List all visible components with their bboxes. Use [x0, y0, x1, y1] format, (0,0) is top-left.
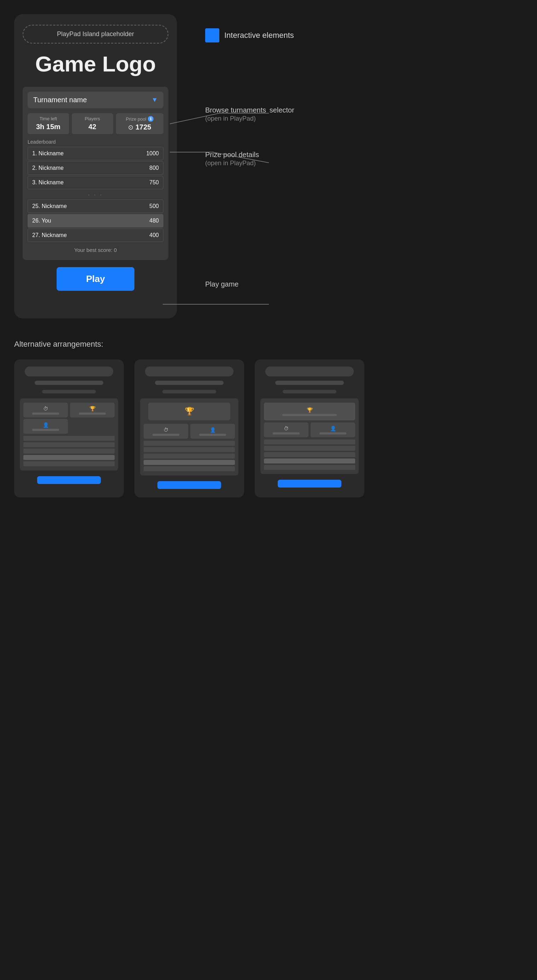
prize-pool-value: 1725 [135, 123, 151, 131]
coin-icon: ⊙ [128, 124, 133, 131]
mini-lb-row-highlighted [23, 455, 114, 460]
prize-label-row: Prize pool ℹ [126, 116, 154, 122]
mini-lb-row [264, 452, 355, 457]
mini-stats-2: 👤 [23, 419, 114, 434]
mini-stat-bar [282, 414, 337, 416]
alternatives-label: Alternative arrangements: [14, 340, 523, 349]
rank-2: 2. Nickname [32, 165, 64, 171]
mini-logo-3 [275, 381, 344, 385]
browse-tournaments-title: Browse turnaments selector [205, 106, 523, 114]
score-25: 500 [149, 203, 159, 210]
legend-label: Interactive elements [224, 31, 294, 40]
alternatives-grid: ⏱ 🏆 👤 [14, 360, 523, 498]
mini-stat-bar [153, 434, 180, 436]
leaderboard-row: 3. Nickname 750 [28, 176, 164, 189]
tournament-selector[interactable]: Turnament name ▼ [28, 92, 164, 108]
mini-stat-clock2: ⏱ [144, 424, 188, 439]
mini-stat-clock3: ⏱ [264, 422, 308, 437]
mini-logo-1b [42, 390, 96, 393]
leaderboard-row: 25. Nickname 500 [28, 199, 164, 213]
clock-icon-2: ⏱ [164, 427, 168, 433]
score-3: 750 [149, 179, 159, 186]
mini-leaderboard-3 [264, 439, 355, 470]
mini-stat-bar [32, 429, 59, 431]
prize-pool-sub: (open in PlayPad) [205, 159, 523, 167]
mini-leaderboard-2 [144, 441, 235, 471]
clock-icon: ⏱ [43, 406, 48, 412]
alternatives-section: Alternative arrangements: ⏱ 🏆 [0, 340, 537, 498]
tournament-selector-text: Turnament name [33, 96, 87, 104]
mini-stat-bar [79, 412, 106, 415]
annotation-play-game: Play game [205, 280, 523, 289]
mini-lb-row [144, 466, 235, 471]
mini-placeholder-1 [25, 366, 113, 376]
leaderboard-table: 1. Nickname 1000 2. Nickname 800 3. Nick… [28, 147, 164, 242]
mini-lb-row-highlighted [144, 460, 235, 465]
browse-tournaments-sub: (open in PlayPad) [205, 115, 523, 123]
dropdown-arrow-icon: ▼ [151, 96, 158, 103]
legend-item: Interactive elements [205, 28, 523, 43]
mini-leaderboard-1 [23, 436, 114, 466]
mini-logo-2 [155, 381, 224, 385]
user-icon-3: 👤 [330, 426, 336, 431]
game-logo: Game Logo [35, 52, 156, 76]
leaderboard-row-you: 26. You 480 [28, 214, 164, 228]
mini-content-2: 🏆 ⏱ 👤 [140, 398, 238, 476]
phone-mockup: PlayPad Island placeholder Game Logo Tur… [14, 14, 177, 318]
placeholder-bar: PlayPad Island placeholder [23, 25, 168, 43]
prize-pool-title: Prize pool details [205, 151, 523, 159]
clock-icon-3: ⏱ [284, 426, 289, 431]
prize-pool-box[interactable]: Prize pool ℹ ⊙ 1725 [116, 113, 164, 134]
mini-lb-row [23, 436, 114, 441]
tournament-card: Turnament name ▼ Time left 3h 15m Player… [23, 87, 168, 260]
ellipsis-row: · · · [28, 190, 164, 199]
mini-lb-row [144, 447, 235, 452]
mini-content-3: 🏆 ⏱ 👤 [261, 398, 359, 474]
user-icon: 👤 [43, 422, 49, 428]
prize-value-row: ⊙ 1725 [128, 123, 151, 131]
mini-play-btn-1[interactable] [37, 476, 101, 484]
mini-play-btn-3[interactable] [278, 480, 342, 487]
alt-card-1: ⏱ 🏆 👤 [14, 360, 124, 498]
prize-pool-info-icon[interactable]: ℹ [148, 116, 154, 122]
leaderboard-row: 27. Nickname 400 [28, 229, 164, 242]
annotation-browse-tournaments: Browse turnaments selector (open in Play… [205, 106, 523, 123]
mini-lb-row [144, 453, 235, 458]
time-left-label: Time left [40, 116, 57, 121]
score-27: 400 [149, 232, 159, 239]
page-wrapper: PlayPad Island placeholder Game Logo Tur… [0, 0, 537, 519]
mini-lb-row-highlighted [264, 458, 355, 463]
mini-trophy-box: 🏆 [264, 402, 355, 420]
mini-logo-3b [283, 390, 337, 393]
mini-lb-row [264, 439, 355, 444]
alt-card-3: 🏆 ⏱ 👤 [255, 360, 364, 498]
score-2: 800 [149, 165, 159, 171]
trophy-icon: 🏆 [89, 406, 95, 412]
rank-26: 26. You [32, 218, 51, 224]
mini-placeholder-3 [265, 366, 354, 376]
mini-lb-row [23, 461, 114, 466]
interactive-legend-square [205, 28, 219, 43]
play-button[interactable]: Play [57, 267, 134, 291]
mini-lb-row [23, 449, 114, 453]
leaderboard-label: Leaderboard [28, 139, 164, 145]
mini-stat-bar [199, 434, 226, 436]
mini-stat-user2: 👤 [190, 424, 235, 439]
prize-pool-label: Prize pool [126, 116, 146, 122]
trophy-icon-3: 🏆 [307, 407, 313, 413]
score-26: 480 [149, 218, 159, 224]
mini-lb-row [264, 446, 355, 451]
rank-25: 25. Nickname [32, 203, 67, 210]
mini-play-btn-2[interactable] [157, 481, 221, 489]
mini-stat-empty [70, 419, 114, 434]
mini-logo-2b [162, 390, 216, 393]
mini-lb-row [144, 441, 235, 446]
user-icon-2: 👤 [210, 427, 216, 433]
mini-trophy-large: 🏆 [148, 402, 230, 420]
mini-stat-bar [273, 432, 300, 434]
mini-stat-clock: ⏱ [23, 402, 68, 417]
mini-stat-bar [32, 412, 59, 415]
players-value: 42 [89, 123, 96, 131]
annotation-prize-pool: Prize pool details (open in PlayPad) [205, 151, 523, 167]
time-left-value: 3h 15m [36, 123, 60, 131]
